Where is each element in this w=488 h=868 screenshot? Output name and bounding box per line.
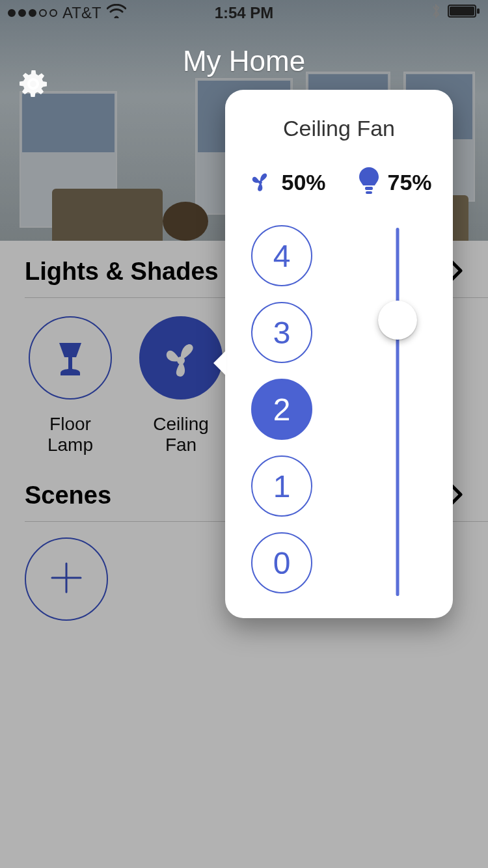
settings-button[interactable] — [14, 65, 52, 103]
fan-speed-selector: 4 3 2 1 0 — [251, 221, 312, 603]
device-ceiling-fan[interactable]: Ceiling Fan — [135, 316, 226, 455]
svg-rect-0 — [68, 357, 72, 369]
gear-icon — [14, 94, 52, 105]
plus-icon — [47, 558, 86, 600]
slider-track — [396, 228, 400, 596]
svg-rect-3 — [450, 7, 474, 16]
scenes-title: Scenes — [25, 481, 111, 509]
svg-rect-4 — [477, 8, 480, 14]
device-label: Ceiling Fan — [135, 414, 226, 455]
add-scene-button[interactable] — [25, 537, 108, 621]
light-brightness-slider[interactable] — [362, 221, 433, 603]
fan-icon — [139, 316, 223, 400]
lights-shades-title: Lights & Shades — [25, 258, 219, 286]
header: My Home — [0, 29, 488, 94]
fan-speed-4-button[interactable]: 4 — [251, 225, 312, 286]
svg-rect-7 — [366, 191, 372, 194]
carrier-label: AT&T — [62, 4, 102, 22]
light-level-value: 75% — [387, 170, 431, 195]
page-title: My Home — [183, 45, 305, 77]
popover-title: Ceiling Fan — [225, 90, 453, 141]
svg-rect-6 — [365, 187, 373, 190]
lamp-icon — [29, 316, 112, 400]
fan-speed-2-button[interactable]: 2 — [251, 379, 312, 440]
device-label: Floor Lamp — [25, 414, 116, 455]
battery-icon — [448, 4, 480, 22]
bulb-icon — [357, 166, 381, 198]
wifi-icon — [107, 4, 126, 22]
fan-control-popover: Ceiling Fan 50% — [225, 90, 453, 618]
status-bar: AT&T 1:54 PM — [0, 0, 488, 26]
fan-speed-1-button[interactable]: 1 — [251, 455, 312, 517]
device-floor-lamp[interactable]: Floor Lamp — [25, 316, 116, 455]
fan-speed-0-button[interactable]: 0 — [251, 532, 312, 593]
fan-speed-metric: 50% — [246, 167, 325, 198]
bluetooth-icon — [431, 3, 441, 23]
clock: 1:54 PM — [215, 4, 274, 22]
fan-speed-value: 50% — [281, 170, 325, 195]
fan-icon — [246, 167, 275, 198]
popover-metrics: 50% 75% — [225, 166, 453, 198]
light-level-metric: 75% — [357, 166, 431, 198]
popover-arrow — [213, 350, 226, 376]
cell-signal-icon — [8, 9, 57, 17]
slider-thumb[interactable] — [378, 301, 417, 340]
fan-speed-3-button[interactable]: 3 — [251, 302, 312, 363]
